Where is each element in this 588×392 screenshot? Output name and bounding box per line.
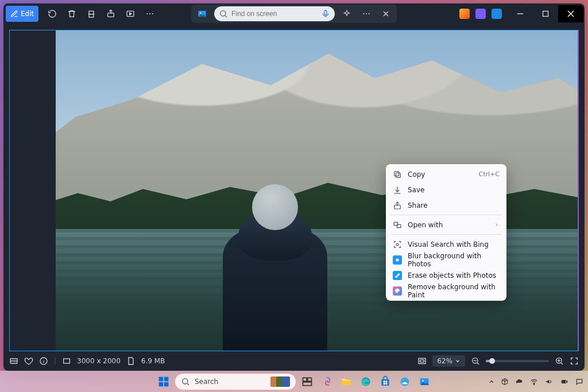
microphone-icon[interactable] (321, 9, 330, 18)
canvas-gutter (10, 30, 56, 351)
context-menu-share[interactable]: Share (386, 197, 506, 213)
find-on-screen-bar (191, 5, 397, 23)
tray-volume-icon[interactable] (544, 378, 554, 386)
app-tile-3[interactable] (492, 9, 502, 19)
context-menu-copy[interactable]: Copy Ctrl+C (386, 166, 506, 182)
context-menu-save[interactable]: Save (386, 182, 506, 197)
title-bar-right (459, 5, 583, 22)
context-menu-remove-background[interactable]: Remove background with Paint (386, 283, 506, 298)
svg-line-25 (477, 363, 479, 364)
context-menu: Copy Ctrl+C Save Share Open with Visual … (386, 164, 506, 301)
context-menu-open-with[interactable]: Open with (386, 217, 506, 232)
tray-wifi-icon[interactable] (529, 378, 539, 386)
maximize-button[interactable] (533, 5, 558, 22)
store-icon[interactable] (377, 374, 393, 390)
tray-onedrive-icon[interactable] (514, 378, 524, 386)
svg-point-4 (149, 13, 150, 14)
search-thumbnail (270, 377, 290, 387)
delete-button[interactable] (63, 5, 81, 22)
svg-rect-57 (562, 381, 566, 382)
svg-rect-20 (64, 359, 70, 363)
photos-blur-icon (393, 255, 402, 265)
svg-rect-38 (164, 377, 169, 381)
zoom-badge[interactable]: 62% (432, 355, 465, 367)
taskbar-search-label: Search (195, 378, 218, 386)
zoom-slider[interactable] (486, 360, 549, 362)
svg-rect-44 (303, 382, 312, 385)
tray-cube-icon[interactable] (501, 378, 509, 386)
app-tile-1[interactable] (459, 9, 470, 19)
svg-rect-43 (308, 378, 312, 381)
svg-rect-9 (324, 10, 327, 15)
context-menu-separator (390, 215, 502, 215)
svg-point-35 (396, 243, 399, 246)
svg-rect-49 (384, 383, 385, 385)
svg-point-53 (422, 379, 424, 381)
copilot-taskbar-icon[interactable] (319, 374, 335, 390)
close-search-icon[interactable] (378, 6, 393, 21)
tray-chevron-up-icon[interactable] (488, 378, 495, 385)
tray-battery-icon[interactable] (559, 378, 570, 385)
slideshow-button[interactable] (121, 5, 140, 22)
svg-rect-30 (396, 173, 400, 177)
context-menu-blur-background[interactable]: Blur background with Photos (386, 252, 506, 267)
open-with-icon (393, 220, 402, 230)
share-button[interactable] (102, 5, 120, 22)
copy-accelerator: Ctrl+C (479, 170, 500, 178)
svg-point-5 (152, 13, 153, 14)
filesize-icon (126, 356, 136, 366)
task-view-button[interactable] (299, 374, 315, 390)
edge-icon[interactable] (358, 374, 374, 390)
svg-point-10 (363, 13, 364, 14)
chevron-down-icon (455, 358, 461, 364)
svg-point-7 (200, 12, 202, 14)
filesize-value: 6.9 MB (141, 357, 165, 365)
find-on-screen-search[interactable] (214, 6, 335, 21)
chevron-right-icon (494, 222, 500, 228)
fullscreen-button[interactable] (570, 356, 579, 366)
rotate-button[interactable] (43, 5, 61, 22)
status-bar: | 3000 x 2000 6.9 MB 62% (3, 351, 585, 371)
svg-rect-50 (385, 383, 387, 385)
edit-button[interactable]: Edit (6, 6, 38, 22)
search-icon (219, 9, 228, 18)
copilot-icon[interactable] (339, 6, 354, 21)
filmstrip-toggle[interactable] (9, 356, 18, 366)
more-button[interactable] (141, 5, 159, 22)
zoom-value: 62% (437, 357, 452, 365)
more-options-icon[interactable] (359, 6, 374, 21)
find-on-screen-input[interactable] (231, 10, 318, 18)
fit-to-window-button[interactable] (417, 356, 427, 366)
print-button[interactable] (82, 5, 100, 22)
visual-search-icon (393, 240, 402, 249)
zoom-in-button[interactable] (555, 356, 564, 366)
minimize-button[interactable] (508, 5, 533, 22)
taskbar-app-1[interactable] (397, 374, 413, 390)
system-tray (488, 378, 583, 386)
start-button[interactable] (156, 374, 172, 390)
file-explorer-icon[interactable] (338, 374, 354, 390)
title-bar-left: Edit (6, 5, 159, 22)
svg-rect-56 (567, 381, 567, 382)
context-menu-separator (390, 234, 502, 235)
context-menu-erase-objects[interactable]: Erase objects with Photos (386, 267, 506, 283)
close-button[interactable] (558, 5, 583, 22)
zoom-out-button[interactable] (471, 356, 480, 366)
svg-rect-39 (159, 382, 164, 386)
app-tile-2[interactable] (475, 9, 486, 19)
favorite-button[interactable] (24, 356, 33, 366)
tray-notifications-icon[interactable] (575, 378, 583, 386)
info-button[interactable] (39, 356, 48, 366)
dimensions-icon (62, 356, 71, 366)
svg-rect-40 (164, 382, 169, 386)
svg-rect-42 (303, 378, 307, 381)
svg-point-41 (183, 378, 188, 383)
svg-rect-48 (385, 381, 387, 382)
paint-icon (393, 286, 402, 296)
svg-point-11 (366, 13, 367, 14)
dimensions-value: 3000 x 2000 (77, 357, 121, 365)
svg-rect-37 (159, 377, 164, 381)
taskbar-search[interactable]: Search (175, 374, 296, 390)
context-menu-visual-search[interactable]: Visual Search with Bing (386, 236, 506, 252)
photos-taskbar-icon[interactable] (416, 374, 432, 390)
